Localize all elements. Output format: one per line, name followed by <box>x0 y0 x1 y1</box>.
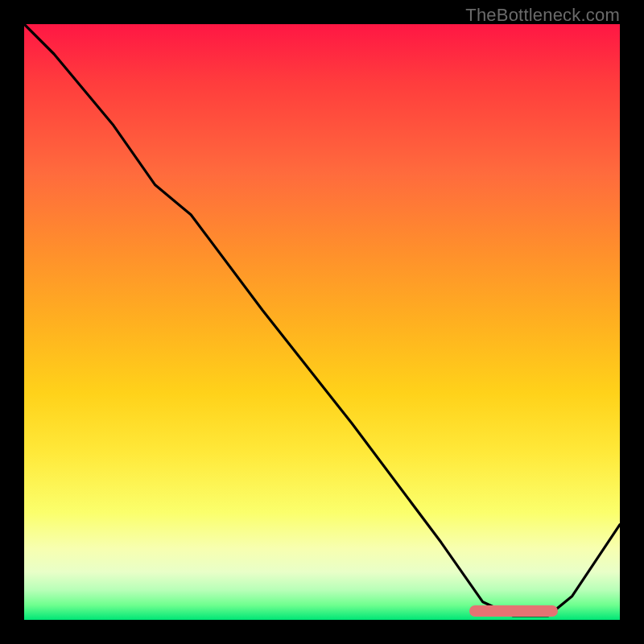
attribution-label: TheBottleneck.com <box>465 5 620 26</box>
bottleneck-curve <box>24 24 620 620</box>
plot-area <box>24 24 620 620</box>
optimal-range-marker <box>469 605 558 617</box>
chart-frame: TheBottleneck.com <box>0 0 644 644</box>
